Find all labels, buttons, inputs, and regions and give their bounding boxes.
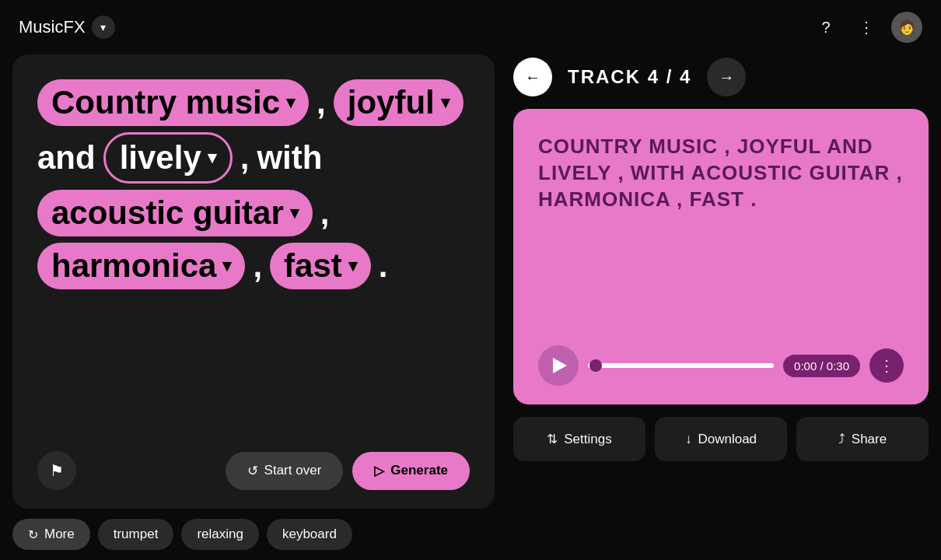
and-text: and xyxy=(37,138,96,179)
app-dropdown-button[interactable]: ▾ xyxy=(92,16,115,39)
start-over-button[interactable]: ↺ Start over xyxy=(226,452,344,490)
download-button[interactable]: ↓ Download xyxy=(655,417,787,461)
flag-button[interactable]: ⚑ xyxy=(37,451,76,490)
right-panel: ← TRACK 4 / 4 → COUNTRY MUSIC , JOYFUL A… xyxy=(495,54,929,509)
app-title: MusicFX xyxy=(19,17,86,37)
progress-bar[interactable] xyxy=(588,363,774,368)
header: MusicFX ▾ ? ⋮ 🧑 xyxy=(0,0,941,54)
more-suggestions-button[interactable]: ↻ More xyxy=(12,519,90,550)
comma-3: , xyxy=(320,193,330,234)
main-content: Country music ▾ , joyful ▾ and lively ▾ … xyxy=(0,54,941,509)
download-icon: ↓ xyxy=(685,432,692,447)
trumpet-chip[interactable]: trumpet xyxy=(98,519,174,550)
start-over-icon: ↺ xyxy=(247,463,258,479)
bottom-bar: ⚑ ↺ Start over ▷ Generate xyxy=(37,451,470,490)
lively-chip[interactable]: lively ▾ xyxy=(103,132,233,184)
track-nav: ← TRACK 4 / 4 → xyxy=(513,58,929,96)
country-music-chip[interactable]: Country music ▾ xyxy=(37,79,309,126)
header-left: MusicFX ▾ xyxy=(19,16,115,39)
player-bar: 0:00 / 0:30 ⋮ xyxy=(538,345,904,386)
refresh-icon: ↻ xyxy=(28,527,38,542)
track-description: COUNTRY MUSIC , JOYFUL AND LIVELY , WITH… xyxy=(538,134,904,212)
flag-icon: ⚑ xyxy=(50,461,64,480)
fast-chip[interactable]: fast ▾ xyxy=(270,243,371,289)
time-label: 0:00 / 0:30 xyxy=(783,355,860,377)
relaxing-chip[interactable]: relaxing xyxy=(181,519,259,550)
suggestions-bar: ↻ More trumpet relaxing keyboard xyxy=(0,509,941,560)
generate-button[interactable]: ▷ Generate xyxy=(352,452,470,490)
next-track-button[interactable]: → xyxy=(707,58,746,96)
track-more-options-button[interactable]: ⋮ xyxy=(869,348,904,383)
help-icon: ? xyxy=(821,19,830,37)
bottom-action-bar: ⇅ Settings ↓ Download ⤴ Share xyxy=(513,417,929,461)
avatar-icon: 🧑 xyxy=(898,19,915,36)
chevron-icon: ▾ xyxy=(208,148,216,168)
more-icon: ⋮ xyxy=(859,18,874,37)
chevron-icon: ▾ xyxy=(348,256,357,276)
chevron-icon: ▾ xyxy=(222,256,231,276)
progress-dot xyxy=(589,359,602,372)
generate-icon: ▷ xyxy=(374,463,384,479)
right-arrow-icon: → xyxy=(719,68,734,86)
harmonica-chip[interactable]: harmonica ▾ xyxy=(37,243,245,289)
track-label: TRACK 4 / 4 xyxy=(568,66,691,88)
prompt-text: Country music ▾ , joyful ▾ and lively ▾ … xyxy=(37,79,470,289)
keyboard-chip[interactable]: keyboard xyxy=(267,519,352,550)
vertical-dots-icon: ⋮ xyxy=(879,356,894,375)
prev-track-button[interactable]: ← xyxy=(513,58,552,96)
chevron-icon: ▾ xyxy=(286,93,295,113)
play-icon xyxy=(553,358,567,373)
help-button[interactable]: ? xyxy=(810,12,841,43)
prompt-area: Country music ▾ , joyful ▾ and lively ▾ … xyxy=(37,79,470,432)
header-right: ? ⋮ 🧑 xyxy=(810,12,922,43)
action-buttons: ↺ Start over ▷ Generate xyxy=(226,452,470,490)
settings-icon: ⇅ xyxy=(547,431,558,447)
left-arrow-icon: ← xyxy=(525,68,540,86)
with-text: with xyxy=(257,138,322,179)
comma-4: , xyxy=(253,246,262,287)
comma-1: , xyxy=(317,82,326,124)
acoustic-guitar-chip[interactable]: acoustic guitar ▾ xyxy=(37,190,313,236)
share-icon: ⤴ xyxy=(838,432,845,447)
more-button[interactable]: ⋮ xyxy=(851,12,882,43)
track-card: COUNTRY MUSIC , JOYFUL AND LIVELY , WITH… xyxy=(513,109,929,404)
play-button[interactable] xyxy=(538,345,579,386)
share-button[interactable]: ⤴ Share xyxy=(796,417,929,461)
dot: . xyxy=(379,246,388,287)
comma-2: , xyxy=(240,138,250,179)
settings-button[interactable]: ⇅ Settings xyxy=(513,417,645,461)
joyful-chip[interactable]: joyful ▾ xyxy=(334,79,464,126)
chevron-icon: ▾ xyxy=(441,93,450,113)
avatar[interactable]: 🧑 xyxy=(891,12,922,43)
chevron-icon: ▾ xyxy=(290,203,299,223)
left-panel: Country music ▾ , joyful ▾ and lively ▾ … xyxy=(12,54,495,509)
